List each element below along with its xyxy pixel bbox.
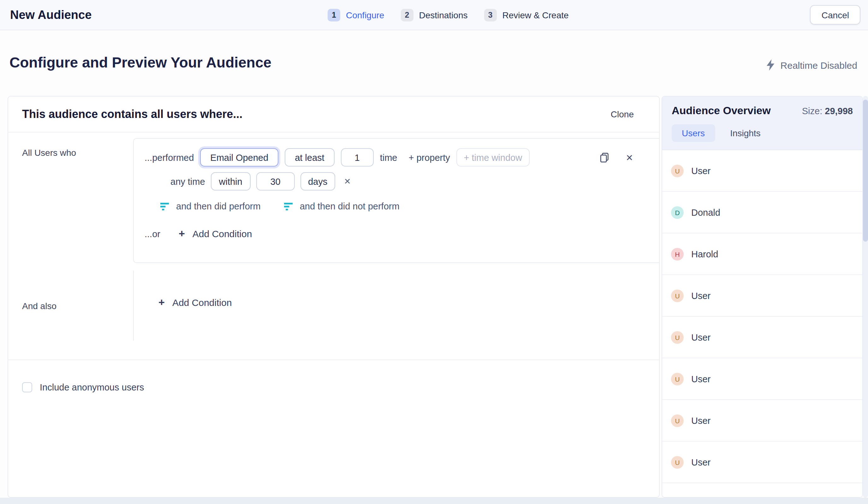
audience-builder-page: New Audience 1 Configure 2 Destinations … — [0, 0, 868, 504]
cancel-button[interactable]: Cancel — [810, 5, 860, 24]
step-label: Destinations — [419, 10, 467, 20]
time-value-input[interactable] — [256, 172, 295, 190]
user-row[interactable]: UUser — [662, 400, 862, 442]
duplicate-condition-button[interactable] — [600, 152, 609, 162]
time-window-input[interactable] — [456, 148, 530, 167]
add-condition-label: Add Condition — [172, 297, 232, 308]
anonymous-users-row: Include anonymous users — [22, 382, 144, 392]
user-list: UUserDDonaldHHaroldUUserUUserUUserUUserU… — [662, 150, 862, 498]
user-name: User — [691, 416, 711, 426]
step-number-badge: 3 — [484, 9, 497, 21]
funnel-links-row: and then did perform and then did not pe… — [161, 201, 660, 211]
avatar: H — [671, 248, 684, 260]
avatar: U — [671, 331, 684, 344]
and-also-label: And also — [22, 301, 56, 311]
then-did-perform-label: and then did perform — [176, 201, 261, 211]
plus-icon: + — [179, 228, 185, 239]
user-row[interactable]: UUser — [662, 483, 862, 498]
avatar: U — [671, 372, 684, 385]
then-did-not-perform-label: and then did not perform — [300, 201, 400, 211]
builder-card-header: This audience contains all users where..… — [8, 96, 659, 133]
avatar: D — [671, 206, 684, 219]
vertical-scrollbar[interactable] — [863, 96, 868, 498]
user-row[interactable]: UUser — [662, 317, 862, 358]
user-name: Donald — [691, 207, 720, 217]
include-anonymous-label: Include anonymous users — [40, 382, 144, 392]
add-condition-and-button[interactable]: + Add Condition — [158, 297, 232, 308]
time-mode-select-button[interactable]: within — [211, 172, 251, 190]
lightning-bolt-icon — [767, 59, 775, 71]
overview-title: Audience Overview — [672, 105, 771, 117]
close-icon: ✕ — [626, 153, 633, 162]
step-label: Review & Create — [503, 10, 569, 20]
bottom-page-edge — [0, 498, 868, 504]
condition-row: ...performed Email Opened at least time … — [145, 148, 646, 167]
step-destinations[interactable]: 2 Destinations — [401, 9, 467, 21]
remove-time-window-button[interactable]: ✕ — [344, 177, 351, 186]
then-did-perform-button[interactable]: and then did perform — [161, 201, 261, 211]
step-configure[interactable]: 1 Configure — [328, 9, 384, 21]
operator-select-button[interactable]: at least — [285, 148, 334, 167]
step-review-create[interactable]: 3 Review & Create — [484, 9, 569, 21]
or-add-condition-row: ...or + Add Condition — [145, 228, 660, 239]
step-label: Configure — [346, 10, 384, 20]
user-row[interactable]: UUser — [662, 358, 862, 400]
time-unit-select-button[interactable]: days — [300, 172, 335, 190]
tab-users[interactable]: Users — [672, 124, 715, 142]
or-label: ...or — [145, 229, 161, 239]
time-prefix-label: any time — [170, 176, 205, 186]
user-row[interactable]: UUser — [662, 442, 862, 483]
avatar: U — [671, 414, 684, 427]
size-label: Size: — [802, 106, 823, 116]
event-select-button[interactable]: Email Opened — [200, 148, 278, 167]
condition-group: ...performed Email Opened at least time … — [133, 138, 660, 263]
step-number-badge: 1 — [328, 9, 340, 21]
user-row[interactable]: HHarold — [662, 233, 862, 275]
wizard-stepper: 1 Configure 2 Destinations 3 Review & Cr… — [328, 0, 569, 30]
overview-panel-header: Audience Overview Size: 29,998 Users Ins… — [662, 96, 862, 150]
add-property-button[interactable]: + property — [409, 152, 450, 162]
add-condition-label: Add Condition — [193, 228, 252, 239]
overview-title-row: Audience Overview Size: 29,998 — [672, 105, 853, 117]
group-label-all-users-who: All Users who — [22, 148, 76, 158]
remove-condition-button[interactable]: ✕ — [626, 153, 633, 162]
user-row[interactable]: UUser — [662, 275, 862, 317]
user-name: User — [691, 332, 711, 342]
condition-prefix: ...performed — [145, 152, 194, 162]
duplicate-icon — [600, 152, 609, 162]
include-anonymous-checkbox[interactable] — [22, 382, 32, 392]
funnel-icon — [284, 202, 293, 210]
audience-overview-panel: Audience Overview Size: 29,998 Users Ins… — [662, 96, 863, 498]
user-row[interactable]: DDonald — [662, 192, 862, 233]
count-input[interactable] — [341, 148, 374, 167]
then-did-not-perform-button[interactable]: and then did not perform — [284, 201, 400, 211]
avatar: U — [671, 289, 684, 302]
tab-insights[interactable]: Insights — [730, 124, 761, 142]
builder-card-title: This audience contains all users where..… — [22, 107, 611, 121]
user-name: User — [691, 166, 711, 176]
overview-tabs: Users Insights — [672, 124, 853, 142]
user-name: User — [691, 291, 711, 301]
funnel-icon — [161, 202, 169, 210]
page-heading: Configure and Preview Your Audience — [9, 54, 271, 71]
user-name: User — [691, 374, 711, 384]
audience-builder-card: This audience contains all users where..… — [8, 96, 660, 498]
clone-button[interactable]: Clone — [611, 109, 634, 119]
count-unit-label: time — [380, 152, 397, 162]
user-name: Harold — [691, 249, 718, 259]
plus-icon: + — [158, 297, 165, 308]
add-condition-or-button[interactable]: + Add Condition — [179, 228, 252, 239]
realtime-status: Realtime Disabled — [767, 59, 857, 71]
size-value: 29,998 — [825, 106, 853, 116]
top-bar: New Audience 1 Configure 2 Destinations … — [0, 0, 868, 30]
realtime-status-label: Realtime Disabled — [781, 60, 857, 70]
scrollbar-thumb[interactable] — [863, 100, 868, 242]
user-row[interactable]: UUser — [662, 150, 862, 192]
step-number-badge: 2 — [401, 9, 413, 21]
time-window-row: any time within days ✕ — [170, 172, 660, 190]
avatar: U — [671, 456, 684, 468]
builder-card-body: All Users who ...performed Email Opened … — [8, 133, 659, 498]
and-also-divider — [133, 271, 134, 340]
page-title: New Audience — [10, 8, 92, 22]
audience-size: Size: 29,998 — [802, 106, 853, 116]
